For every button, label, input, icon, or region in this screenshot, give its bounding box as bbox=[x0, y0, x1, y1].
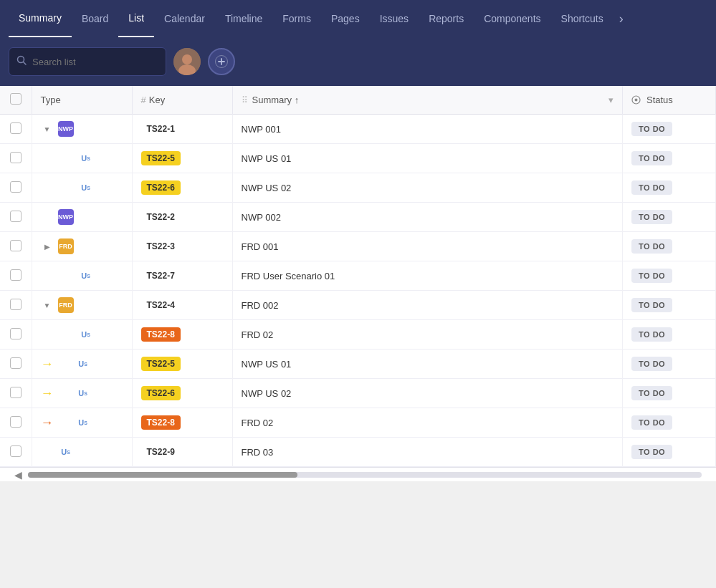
status-badge[interactable]: TO DO bbox=[631, 180, 672, 195]
row-key-cell[interactable]: TS22-5 bbox=[132, 144, 232, 173]
nav-tab-shortcuts[interactable]: Shortcuts bbox=[551, 0, 614, 37]
row-key-cell[interactable]: TS22-7 bbox=[132, 261, 232, 291]
row-status-cell[interactable]: TO DO bbox=[623, 173, 716, 203]
status-badge[interactable]: TO DO bbox=[631, 298, 672, 312]
search-input-wrap[interactable] bbox=[9, 47, 166, 76]
row-key-cell[interactable]: TS22-5 bbox=[132, 350, 232, 379]
nav-tab-calendar[interactable]: Calendar bbox=[154, 0, 215, 37]
key-badge[interactable]: TS22-8 bbox=[141, 415, 181, 430]
row-checkbox[interactable] bbox=[10, 269, 22, 281]
key-badge[interactable]: TS22-1 bbox=[141, 122, 181, 136]
nav-tab-summary[interactable]: Summary bbox=[9, 0, 72, 37]
row-status-cell[interactable]: TO DO bbox=[623, 350, 716, 379]
row-checkbox[interactable] bbox=[10, 240, 22, 251]
row-key-cell[interactable]: TS22-4 bbox=[132, 291, 232, 320]
row-status-cell[interactable]: TO DO bbox=[623, 291, 716, 320]
row-key-cell[interactable]: TS22-3 bbox=[132, 232, 232, 261]
row-key-cell[interactable]: TS22-2 bbox=[132, 203, 232, 232]
chevron-down-icon[interactable]: ▼ bbox=[41, 299, 54, 312]
type-badge-us: US bbox=[78, 268, 94, 284]
row-checkbox[interactable] bbox=[10, 445, 22, 457]
row-status-cell[interactable]: TO DO bbox=[623, 379, 716, 408]
status-badge[interactable]: TO DO bbox=[631, 210, 672, 224]
nav-tab-issues[interactable]: Issues bbox=[370, 0, 419, 37]
row-checkbox[interactable] bbox=[10, 211, 22, 222]
row-type-cell: US bbox=[32, 144, 132, 173]
key-badge[interactable]: TS22-4 bbox=[141, 298, 181, 312]
status-badge[interactable]: TO DO bbox=[631, 445, 672, 459]
nav-tab-list[interactable]: List bbox=[118, 0, 154, 37]
yellow-arrow-icon: → bbox=[41, 357, 54, 372]
type-badge: FRD bbox=[58, 238, 74, 254]
row-checkbox[interactable] bbox=[10, 122, 22, 134]
status-badge[interactable]: TO DO bbox=[631, 151, 672, 165]
nav-tab-forms[interactable]: Forms bbox=[272, 0, 321, 37]
key-badge[interactable]: TS22-2 bbox=[141, 210, 181, 224]
scroll-left-btn[interactable]: ◀ bbox=[14, 469, 22, 481]
status-badge[interactable]: TO DO bbox=[631, 327, 672, 342]
row-status-cell[interactable]: TO DO bbox=[623, 203, 716, 232]
col-header-summary[interactable]: ⠿ Summary ↑ ▾ bbox=[232, 86, 623, 115]
key-badge[interactable]: TS22-5 bbox=[141, 151, 181, 165]
nav-tab-board[interactable]: Board bbox=[72, 0, 118, 37]
row-status-cell[interactable]: TO DO bbox=[623, 115, 716, 144]
key-badge[interactable]: TS22-6 bbox=[141, 386, 181, 400]
type-badge-us: US bbox=[75, 356, 91, 372]
row-status-cell[interactable]: TO DO bbox=[623, 438, 716, 467]
row-status-cell[interactable]: TO DO bbox=[623, 261, 716, 291]
summary-dropdown-icon[interactable]: ▾ bbox=[608, 95, 614, 105]
scrollbar-row: ◀ bbox=[0, 467, 716, 481]
row-checkbox[interactable] bbox=[10, 299, 22, 310]
row-key-cell[interactable]: TS22-9 bbox=[132, 438, 232, 467]
select-all-checkbox[interactable] bbox=[10, 93, 22, 105]
orange-arrow-icon: → bbox=[41, 415, 54, 430]
row-checkbox[interactable] bbox=[10, 328, 22, 339]
search-input[interactable] bbox=[32, 57, 158, 67]
row-status-cell[interactable]: TO DO bbox=[623, 232, 716, 261]
svg-point-9 bbox=[635, 99, 638, 102]
scrollbar-thumb[interactable] bbox=[28, 472, 297, 478]
chevron-right-icon[interactable]: ▶ bbox=[41, 240, 54, 253]
key-badge[interactable]: TS22-6 bbox=[141, 180, 181, 195]
type-badge-us: US bbox=[58, 444, 74, 460]
chevron-down-icon[interactable]: ▼ bbox=[41, 122, 54, 135]
status-badge[interactable]: TO DO bbox=[631, 357, 672, 371]
nav-tab-reports[interactable]: Reports bbox=[419, 0, 474, 37]
status-badge[interactable]: TO DO bbox=[631, 239, 672, 254]
nav-tab-pages[interactable]: Pages bbox=[321, 0, 370, 37]
horizontal-scrollbar[interactable] bbox=[28, 472, 702, 478]
status-badge[interactable]: TO DO bbox=[631, 269, 672, 283]
add-user-button[interactable] bbox=[208, 48, 235, 75]
key-badge[interactable]: TS22-9 bbox=[141, 445, 181, 459]
row-key-cell[interactable]: TS22-6 bbox=[132, 379, 232, 408]
nav-tab-timeline[interactable]: Timeline bbox=[215, 0, 272, 37]
key-badge[interactable]: TS22-8 bbox=[141, 327, 181, 342]
row-status-cell[interactable]: TO DO bbox=[623, 408, 716, 438]
key-badge[interactable]: TS22-7 bbox=[141, 269, 181, 283]
row-key-cell[interactable]: TS22-6 bbox=[132, 173, 232, 203]
status-badge[interactable]: TO DO bbox=[631, 386, 672, 400]
row-key-cell[interactable]: TS22-8 bbox=[132, 320, 232, 350]
nav-more-button[interactable]: › bbox=[614, 0, 629, 37]
row-summary-cell: NWP US 02 bbox=[232, 173, 623, 203]
col-header-key: # Key bbox=[132, 86, 232, 115]
issue-table: Type # Key ⠿ Summary ↑ ▾ bbox=[0, 86, 716, 467]
row-checkbox[interactable] bbox=[10, 416, 22, 428]
row-status-cell[interactable]: TO DO bbox=[623, 144, 716, 173]
row-checkbox[interactable] bbox=[10, 387, 22, 398]
row-key-cell[interactable]: TS22-8 bbox=[132, 408, 232, 438]
row-checkbox[interactable] bbox=[10, 181, 22, 193]
row-checkbox[interactable] bbox=[10, 152, 22, 163]
select-all-header[interactable] bbox=[0, 86, 32, 115]
status-badge[interactable]: TO DO bbox=[631, 415, 672, 430]
key-badge[interactable]: TS22-3 bbox=[141, 239, 181, 254]
nav-tab-components[interactable]: Components bbox=[474, 0, 550, 37]
row-checkbox[interactable] bbox=[10, 357, 22, 369]
avatar[interactable] bbox=[173, 48, 201, 75]
row-checkbox-cell bbox=[0, 350, 32, 379]
table-row: USTS22-7FRD User Scenario 01TO DO bbox=[0, 261, 716, 291]
status-badge[interactable]: TO DO bbox=[631, 122, 672, 136]
row-key-cell[interactable]: TS22-1 bbox=[132, 115, 232, 144]
key-badge[interactable]: TS22-5 bbox=[141, 357, 181, 371]
row-status-cell[interactable]: TO DO bbox=[623, 320, 716, 350]
